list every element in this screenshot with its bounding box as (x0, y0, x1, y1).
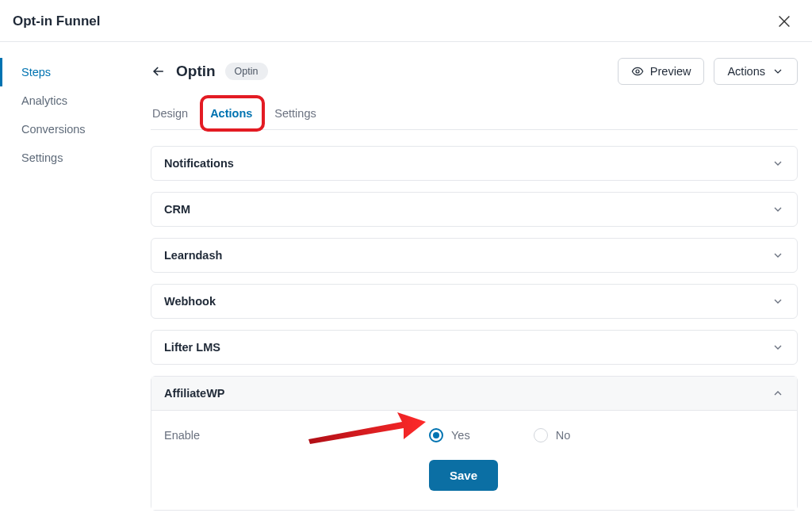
actions-label: Actions (727, 65, 765, 78)
chevron-down-icon (772, 157, 784, 170)
chevron-down-icon (772, 341, 784, 354)
page-title: Optin (176, 63, 216, 80)
radio-no-label: No (556, 429, 571, 442)
accordion-crm[interactable]: CRM (151, 192, 798, 227)
accordion-lifter-lms[interactable]: Lifter LMS (151, 330, 798, 365)
back-arrow-icon[interactable] (151, 63, 167, 79)
accordion-title: AffiliateWP (164, 387, 225, 400)
preview-button[interactable]: Preview (618, 58, 705, 85)
preview-label: Preview (650, 65, 691, 78)
sidebar-item-conversions[interactable]: Conversions (0, 115, 130, 144)
actions-dropdown-button[interactable]: Actions (714, 58, 798, 85)
accordion-title: Notifications (164, 157, 234, 170)
accordion-webhook[interactable]: Webhook (151, 284, 798, 319)
svg-point-0 (636, 70, 639, 73)
accordion-title: Webhook (164, 295, 216, 308)
chevron-down-icon (772, 295, 784, 308)
accordion-affiliatewp: AffiliateWP Enable Yes No (151, 376, 798, 511)
chevron-down-icon (772, 65, 784, 78)
radio-icon-unselected (534, 428, 548, 442)
accordion-affiliatewp-header[interactable]: AffiliateWP (151, 377, 797, 411)
radio-yes[interactable]: Yes (429, 428, 470, 442)
accordion-title: Learndash (164, 249, 222, 262)
tabs: Design Actions Settings (151, 102, 798, 130)
modal-title: Opt-in Funnel (13, 13, 100, 29)
accordion-title: CRM (164, 203, 190, 216)
eye-icon (631, 65, 644, 78)
chevron-down-icon (772, 203, 784, 216)
accordion-notifications[interactable]: Notifications (151, 146, 798, 181)
accordion-learndash[interactable]: Learndash (151, 238, 798, 273)
sidebar-item-analytics[interactable]: Analytics (0, 86, 130, 115)
sidebar-item-steps[interactable]: Steps (0, 58, 130, 86)
enable-label: Enable (164, 429, 429, 442)
radio-no[interactable]: No (534, 428, 571, 442)
close-icon[interactable] (776, 13, 793, 30)
tab-settings[interactable]: Settings (273, 102, 317, 129)
sidebar: Steps Analytics Conversions Settings (0, 42, 130, 513)
radio-yes-label: Yes (451, 429, 470, 442)
radio-icon-selected (429, 428, 443, 442)
step-type-badge: Optin (225, 63, 268, 80)
chevron-down-icon (772, 249, 784, 262)
sidebar-item-settings[interactable]: Settings (0, 144, 130, 172)
chevron-up-icon (772, 387, 784, 400)
tab-design[interactable]: Design (151, 102, 190, 129)
accordion-title: Lifter LMS (164, 341, 220, 354)
save-button[interactable]: Save (429, 460, 498, 491)
tab-actions[interactable]: Actions (209, 102, 254, 129)
